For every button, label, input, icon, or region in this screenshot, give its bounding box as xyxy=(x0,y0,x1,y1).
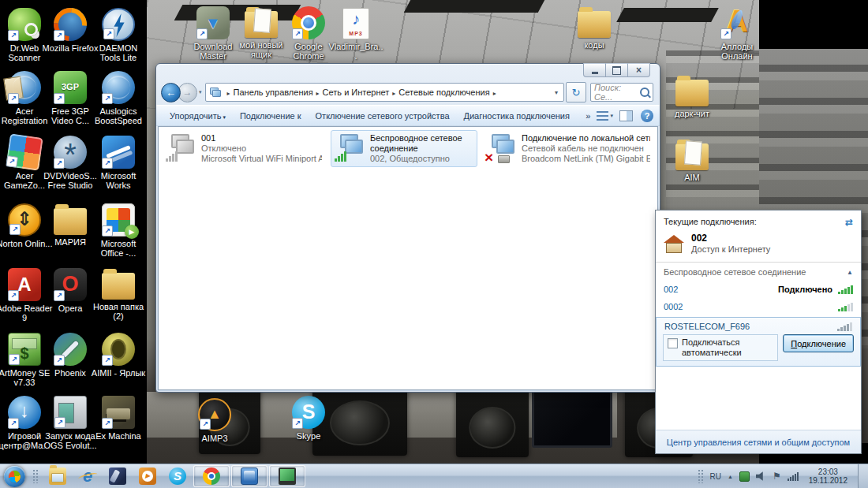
desktop-icon-firefox[interactable]: Mozilla Firefox xyxy=(46,8,95,53)
start-button[interactable] xyxy=(0,464,28,488)
wireless-section-header[interactable]: Беспроводное сетевое соединение ▲ xyxy=(656,263,861,280)
breadcrumb-segment[interactable]: Сеть и Интернет xyxy=(323,88,390,97)
toolbar-item[interactable]: Подключение к xyxy=(233,109,309,123)
desktop-icon-msoffice[interactable]: Microsoft Office -... xyxy=(94,203,143,258)
close-button[interactable]: × xyxy=(627,63,650,77)
skype-icon xyxy=(169,468,186,485)
taskbar-button-windows-explorer[interactable] xyxy=(43,465,73,487)
help-icon[interactable]: ? xyxy=(641,110,653,122)
tray-drag-handle[interactable] xyxy=(698,469,704,483)
desktop-icon-acrobat[interactable]: Adobe Reader 9 xyxy=(0,268,49,322)
volume-icon[interactable] xyxy=(756,471,766,481)
desktop-icon-folder[interactable]: Новая папка (2) xyxy=(94,268,143,321)
desktop-icon-aimbug[interactable]: AIMII - Ярлык xyxy=(94,333,143,378)
taskbar-drag-handle[interactable] xyxy=(32,469,39,483)
toolbar-item[interactable]: Отключение сетевого устройства xyxy=(309,109,457,123)
auto-connect-label: Подключаться автоматически xyxy=(682,337,773,358)
address-dropdown-icon[interactable]: ▾ xyxy=(552,89,560,96)
shortcut-arrow-icon xyxy=(102,355,113,366)
network-center-link[interactable]: Центр управления сетями и общим доступом xyxy=(667,438,850,447)
connection-item[interactable]: Беспроводное сетевое соединение002, Обще… xyxy=(331,130,477,167)
desktop-icon-folder[interactable]: МАРИЯ xyxy=(46,203,95,247)
views-dropdown-icon[interactable]: ▾ xyxy=(610,113,613,119)
desktop-icon-allods[interactable]: Аллоды Онлайн xyxy=(713,6,761,61)
desktop-icon-skype[interactable]: Skype xyxy=(284,396,333,441)
search-input[interactable]: Поиск: Се... xyxy=(590,83,653,102)
desktop-icon-auslogics[interactable]: Auslogics BoostSpeed xyxy=(94,71,143,125)
connection-status: Отключено xyxy=(201,143,322,154)
desktop-icon-folder[interactable]: коды xyxy=(570,6,619,50)
refresh-button[interactable]: ↻ xyxy=(566,82,586,102)
desktop-icon-dvdvideosoft[interactable]: DVDVideoS... Free Studio xyxy=(46,136,95,190)
desktop-icon-downloadmaster[interactable]: Download Master xyxy=(189,6,238,61)
hidden-icons-chevron-icon[interactable]: ▲ xyxy=(728,474,733,479)
connect-button[interactable]: Подключение xyxy=(783,334,854,352)
history-dropdown-icon[interactable]: ▾ xyxy=(199,89,202,95)
window-titlebar[interactable]: × xyxy=(156,64,660,81)
clock[interactable]: 23:03 19.11.2012 xyxy=(805,468,851,485)
wifi-network-row[interactable]: 0002 xyxy=(656,298,861,315)
auto-connect-checkbox[interactable] xyxy=(668,338,678,348)
desktop-icon-artmoney[interactable]: ArtMoney SE v7.33 xyxy=(0,333,49,387)
acer-registration-icon xyxy=(8,71,41,104)
desktop-icon-phoenix[interactable]: Phoenix xyxy=(46,333,95,378)
aimp3-icon xyxy=(198,398,231,431)
wifi-network-row[interactable]: 002Подключено xyxy=(656,281,861,298)
language-indicator[interactable]: RU xyxy=(710,472,721,481)
google-chrome-icon xyxy=(203,468,220,485)
desktop-icon-msworks[interactable]: Microsoft Works xyxy=(94,136,143,190)
network-adapter-icon xyxy=(335,133,366,163)
back-button[interactable]: ← xyxy=(161,83,181,102)
network-location-icon xyxy=(209,88,222,98)
network-signal-icon[interactable] xyxy=(788,472,799,481)
minimize-button[interactable] xyxy=(583,63,606,77)
desktop-icon-aimp3[interactable]: AIMP3 xyxy=(190,398,239,443)
desktop-icon-opera[interactable]: Opera xyxy=(46,268,95,313)
taskbar-button-internet-explorer[interactable]: e xyxy=(73,465,103,487)
tray-app-icon[interactable] xyxy=(739,471,750,482)
toolbar-overflow-button[interactable]: » xyxy=(581,111,595,121)
connection-item[interactable]: 001ОтключеноMicrosoft Virtual WiFi Minip… xyxy=(162,130,326,167)
desktop-icon-label: Новая папка (2) xyxy=(90,302,147,321)
desktop-icon-chrome[interactable]: Google Chrome xyxy=(284,6,333,61)
shortcut-arrow-icon xyxy=(6,155,18,168)
preview-pane-icon[interactable] xyxy=(619,110,633,121)
desktop-icon-mp3doc[interactable]: Vladimir_Bra... xyxy=(331,6,380,61)
taskbar-button-game-launcher[interactable] xyxy=(103,465,133,487)
chevron-up-icon[interactable]: ▲ xyxy=(847,269,853,276)
toolbar-item[interactable]: Упорядочить xyxy=(163,109,233,123)
taskbar-button-skype[interactable] xyxy=(163,465,193,487)
connection-item[interactable]: ×Подключение по локальной сетиСетевой ка… xyxy=(482,130,654,167)
breadcrumb-segment[interactable]: Панель управления xyxy=(234,88,313,97)
taskbar-button-google-chrome[interactable] xyxy=(193,465,230,487)
selected-wifi-network[interactable]: ROSTELECOM_F696Подключаться автоматическ… xyxy=(656,317,861,367)
exmachina-icon xyxy=(102,396,135,429)
ogs-icon xyxy=(54,396,87,429)
action-center-flag-icon[interactable]: ⚑ xyxy=(773,471,781,481)
folder-icon xyxy=(578,11,611,38)
desktop-icon-daemon[interactable]: DAEMON Tools Lite xyxy=(94,8,143,62)
refresh-networks-icon[interactable]: ⇄ xyxy=(845,217,853,228)
taskbar-button-network-connections-app[interactable] xyxy=(231,465,268,487)
ethernet-plug-icon xyxy=(498,155,510,163)
desktop-icon-free3gp[interactable]: Free 3GP Video C... xyxy=(46,71,95,125)
desktop-icon-drweb[interactable]: Dr.Web Scanner xyxy=(0,8,49,62)
toolbar-item[interactable]: Диагностика подключения xyxy=(457,109,577,123)
shortcut-arrow-icon xyxy=(292,418,303,429)
views-icon[interactable] xyxy=(597,111,608,121)
home-network-icon xyxy=(664,235,684,253)
show-desktop-button[interactable] xyxy=(858,464,868,488)
desktop-icon-folder[interactable]: дарк-чит xyxy=(668,75,716,118)
maximize-button[interactable] xyxy=(605,63,628,77)
desktop-icon-folder-paper[interactable]: мой новый ящик xyxy=(237,6,286,59)
taskbar-button-windows-media-player[interactable] xyxy=(133,465,163,487)
breadcrumb-segment[interactable]: Сетевые подключения xyxy=(398,88,489,97)
shortcut-arrow-icon xyxy=(54,355,65,366)
flyout-title: Текущие подключения: xyxy=(664,217,757,226)
desktop-icon-folder-paper[interactable]: AIM xyxy=(668,139,716,182)
desktop-icon-exmachina[interactable]: Ex Machina xyxy=(94,396,143,441)
network-connections-window: × ← → ▾ ▸Панель управления▸Сеть и Интерн… xyxy=(155,63,660,393)
taskbar-button-monitor-app[interactable] xyxy=(269,465,305,487)
address-bar[interactable]: ▸Панель управления▸Сеть и Интернет▸Сетев… xyxy=(205,83,564,102)
desktop-icon-ogs[interactable]: Запуск мода OGS Evolut... xyxy=(46,396,95,450)
